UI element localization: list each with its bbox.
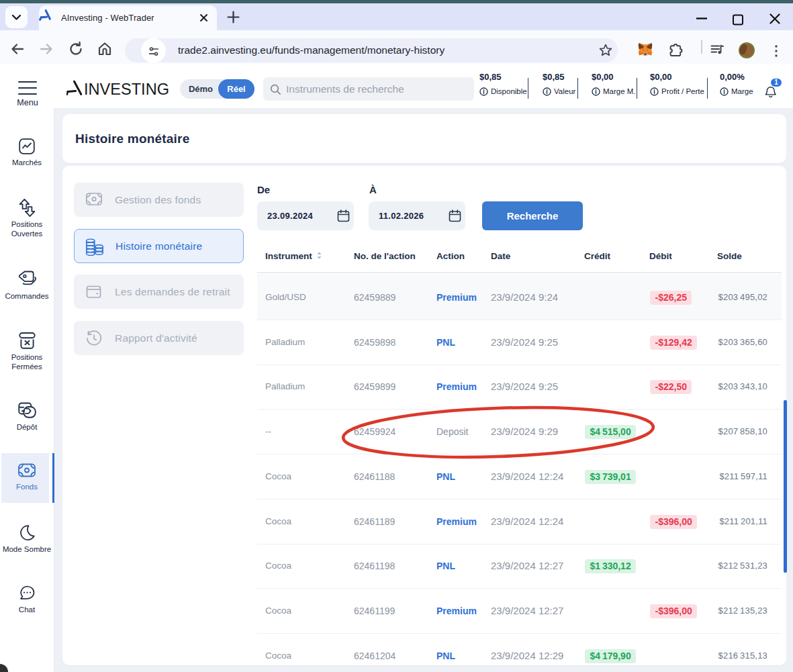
svg-text:INVESTING: INVESTING xyxy=(84,80,169,98)
